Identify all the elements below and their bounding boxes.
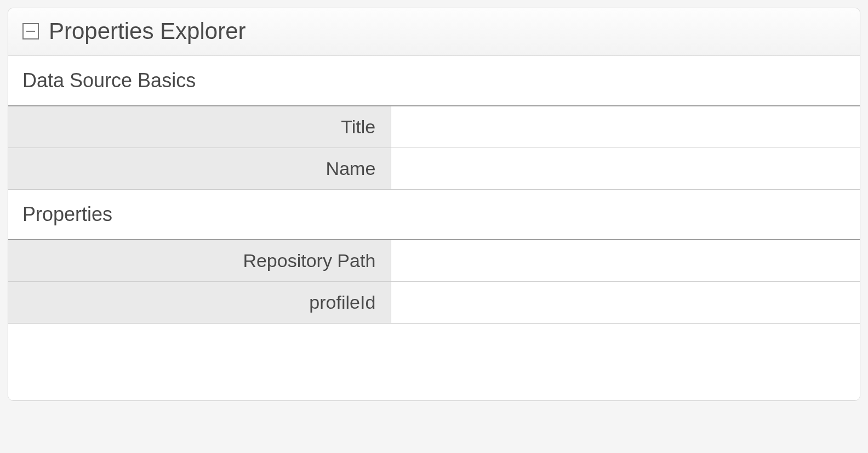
panel-header: Properties Explorer bbox=[8, 8, 860, 56]
property-row-name: Name bbox=[8, 148, 860, 190]
property-value-profile-id[interactable] bbox=[391, 282, 860, 323]
property-label-profile-id: profileId bbox=[8, 282, 391, 323]
property-value-repository-path[interactable] bbox=[391, 240, 860, 281]
property-label-name: Name bbox=[8, 148, 391, 189]
properties-explorer-panel: Properties Explorer Data Source Basics T… bbox=[8, 8, 860, 401]
property-row-repository-path: Repository Path bbox=[8, 240, 860, 282]
property-label-repository-path: Repository Path bbox=[8, 240, 391, 281]
property-value-title[interactable] bbox=[391, 106, 860, 148]
section-header-properties: Properties bbox=[8, 190, 860, 240]
property-label-title: Title bbox=[8, 106, 391, 148]
panel-title: Properties Explorer bbox=[49, 18, 245, 44]
collapse-icon[interactable] bbox=[22, 23, 39, 39]
property-value-name[interactable] bbox=[391, 148, 860, 189]
section-header-basics: Data Source Basics bbox=[8, 56, 860, 106]
property-row-profile-id: profileId bbox=[8, 282, 860, 324]
panel-footer-space bbox=[8, 324, 860, 400]
property-row-title: Title bbox=[8, 106, 860, 148]
